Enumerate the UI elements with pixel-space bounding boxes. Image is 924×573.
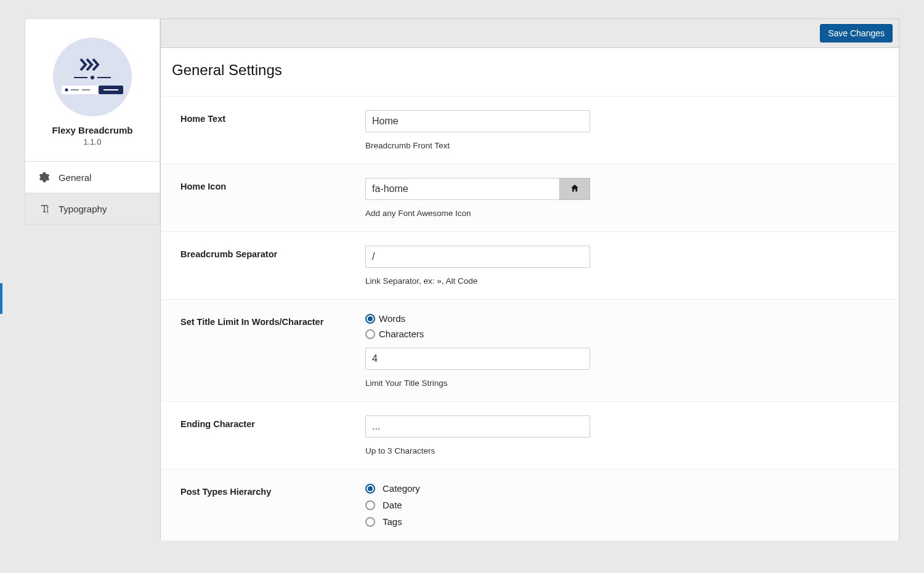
radio-label-words: Words xyxy=(379,313,405,324)
icon-picker-button[interactable] xyxy=(559,178,590,200)
radio-label-category: Category xyxy=(383,483,420,494)
label-home-icon: Home Icon xyxy=(180,178,365,218)
help-ending-char: Up to 3 Characters xyxy=(365,446,590,455)
radio-words[interactable] xyxy=(365,314,375,324)
nav-label: Typography xyxy=(59,204,107,214)
nav-item-typography[interactable]: Typography xyxy=(25,193,160,224)
radio-date[interactable] xyxy=(365,500,375,510)
radio-characters[interactable] xyxy=(365,329,375,339)
toolbar: Save Changes xyxy=(160,18,899,48)
blue-edge-indicator xyxy=(0,283,2,314)
gears-icon xyxy=(39,172,50,183)
radio-label-tags: Tags xyxy=(383,516,402,527)
row-title-limit: Set Title Limit In Words/Character Words… xyxy=(161,300,899,402)
help-home-icon: Add any Font Awesome Icon xyxy=(365,209,590,218)
input-home-icon[interactable] xyxy=(365,178,559,200)
help-home-text: Breadcrumb Front Text xyxy=(365,141,590,150)
label-post-hierarchy: Post Types Hierarchy xyxy=(180,483,365,527)
row-home-icon: Home Icon Add any Font Awesome Icon xyxy=(161,164,899,232)
input-separator[interactable] xyxy=(365,246,590,268)
label-home-text: Home Text xyxy=(180,110,365,150)
nav-item-general[interactable]: General xyxy=(25,162,160,193)
radio-label-date: Date xyxy=(383,500,402,510)
row-ending-char: Ending Character Up to 3 Characters xyxy=(161,402,899,470)
sidebar-nav: General Typography xyxy=(25,161,160,225)
label-title-limit: Set Title Limit In Words/Character xyxy=(180,313,365,388)
nav-label: General xyxy=(59,172,91,183)
input-home-text[interactable] xyxy=(365,110,590,132)
sidebar-header: Flexy Breadcrumb 1.1.0 xyxy=(25,18,160,161)
sidebar: Flexy Breadcrumb 1.1.0 General xyxy=(25,18,160,540)
radio-category[interactable] xyxy=(365,484,375,494)
plugin-logo xyxy=(53,38,132,116)
save-button[interactable]: Save Changes xyxy=(820,24,893,42)
help-title-limit: Limit Your Title Strings xyxy=(365,379,590,388)
plugin-name: Flexy Breadcrumb xyxy=(31,125,153,135)
svg-point-5 xyxy=(65,89,68,92)
row-separator: Breadcrumb Separator Link Separator, ex:… xyxy=(161,232,899,300)
svg-point-1 xyxy=(91,76,94,79)
plugin-version: 1.1.0 xyxy=(31,137,153,146)
label-separator: Breadcrumb Separator xyxy=(180,246,365,286)
main-content: Save Changes General Settings Home Text … xyxy=(160,18,899,540)
typography-icon xyxy=(39,203,50,214)
row-post-hierarchy: Post Types Hierarchy Category Date Ta xyxy=(161,470,899,540)
help-separator: Link Separator, ex: », Alt Code xyxy=(365,276,590,286)
row-home-text: Home Text Breadcrumb Front Text xyxy=(161,97,899,164)
label-ending-char: Ending Character xyxy=(180,415,365,455)
panel-title: General Settings xyxy=(161,48,899,97)
radio-tags[interactable] xyxy=(365,517,375,527)
radio-label-characters: Characters xyxy=(379,329,424,339)
home-icon xyxy=(570,183,580,195)
input-title-limit[interactable] xyxy=(365,348,590,370)
settings-panel: General Settings Home Text Breadcrumb Fr… xyxy=(160,48,899,540)
input-ending-char[interactable] xyxy=(365,415,590,438)
